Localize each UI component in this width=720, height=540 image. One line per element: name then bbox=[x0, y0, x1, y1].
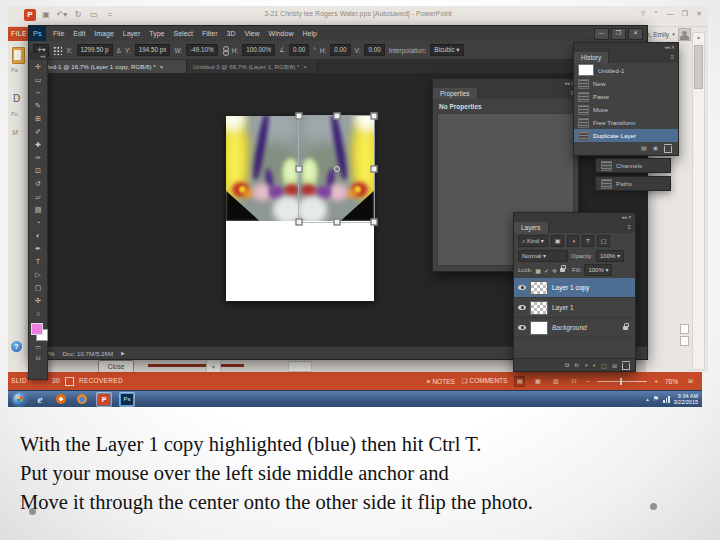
quick-mask-icon[interactable]: ▭ bbox=[29, 342, 47, 353]
internet-explorer-icon[interactable]: e bbox=[33, 393, 47, 406]
collapse-icon[interactable]: ◂◂ bbox=[664, 44, 669, 50]
powerpoint-scrollbar[interactable]: ▲ bbox=[692, 32, 705, 370]
paste-icon[interactable] bbox=[12, 47, 25, 64]
move-tool-icon[interactable]: ✛ bbox=[29, 60, 47, 73]
menu-edit[interactable]: Edit bbox=[73, 30, 85, 37]
zoom-slider-thumb[interactable] bbox=[620, 378, 622, 385]
slide-sorter-icon[interactable]: ▦ bbox=[532, 376, 543, 387]
clone-stamp-tool-icon[interactable]: ⊡ bbox=[29, 164, 47, 177]
eyedropper-tool-icon[interactable]: ✐ bbox=[29, 125, 47, 138]
powerpoint-taskbar-icon[interactable]: P bbox=[96, 392, 112, 407]
opacity-input[interactable]: 100% ▾ bbox=[596, 250, 624, 262]
filter-type-icon[interactable]: T bbox=[582, 235, 594, 247]
lasso-tool-icon[interactable]: ∽ bbox=[29, 86, 47, 99]
menu-file[interactable]: File bbox=[53, 30, 64, 37]
collapse-icon[interactable]: ◂◂ bbox=[621, 214, 626, 220]
lock-all-icon[interactable] bbox=[560, 268, 565, 272]
comments-button[interactable]: ❑ COMMENTS bbox=[462, 377, 508, 385]
network-icon[interactable] bbox=[663, 396, 670, 403]
tab-properties[interactable]: Properties bbox=[433, 88, 478, 99]
menu-3d[interactable]: 3D bbox=[227, 30, 236, 37]
layer-thumbnail[interactable] bbox=[530, 321, 548, 335]
slideshow-view-icon[interactable]: ⊡ bbox=[568, 376, 579, 387]
visibility-eye-icon[interactable] bbox=[518, 305, 526, 310]
transform-handle[interactable] bbox=[333, 113, 340, 120]
history-item[interactable]: Move bbox=[574, 103, 678, 116]
eraser-tool-icon[interactable]: ▱ bbox=[29, 190, 47, 203]
layer-thumbnail[interactable] bbox=[530, 301, 548, 315]
menu-help[interactable]: Help bbox=[302, 30, 316, 37]
visibility-eye-icon[interactable] bbox=[518, 285, 526, 290]
shape-tool-icon[interactable]: ▢ bbox=[29, 281, 47, 294]
path-select-tool-icon[interactable]: ▷ bbox=[29, 268, 47, 281]
flag-icon[interactable]: ⚑ bbox=[653, 395, 659, 403]
foreground-color-swatch[interactable] bbox=[31, 323, 43, 335]
help-icon[interactable]: ? bbox=[641, 10, 645, 18]
notes-button[interactable]: ≡ NOTES bbox=[427, 378, 455, 385]
photoshop-taskbar-icon[interactable]: Ps bbox=[119, 392, 135, 407]
scrollbar-thumb[interactable] bbox=[694, 45, 703, 89]
history-brush-tool-icon[interactable]: ↺ bbox=[29, 177, 47, 190]
restore-icon[interactable]: ❐ bbox=[611, 28, 626, 40]
close-tab-icon[interactable]: × bbox=[160, 63, 164, 70]
layer-row-layer1[interactable]: Layer 1 bbox=[514, 298, 635, 318]
history-snapshot[interactable]: Untitled-1 bbox=[574, 63, 678, 77]
transform-center-point[interactable] bbox=[334, 166, 340, 172]
fill-input[interactable]: 100% ▾ bbox=[584, 264, 612, 276]
delete-state-icon[interactable] bbox=[664, 146, 672, 153]
dodge-tool-icon[interactable]: ◐ bbox=[29, 229, 47, 242]
clock[interactable]: 9:34 AM 3/22/2015 bbox=[674, 393, 698, 405]
visibility-eye-icon[interactable] bbox=[518, 325, 526, 330]
panel-menu-icon[interactable]: ≡ bbox=[670, 52, 678, 63]
pen-tool-icon[interactable]: ✒ bbox=[29, 242, 47, 255]
brush-tool-icon[interactable]: ✑ bbox=[29, 151, 47, 164]
new-snapshot-icon[interactable]: ◉ bbox=[653, 144, 658, 153]
transform-handle[interactable] bbox=[296, 219, 303, 226]
history-item[interactable]: Free Transform bbox=[574, 116, 678, 129]
tab-layers[interactable]: Layers bbox=[514, 222, 549, 233]
angle-input[interactable]: 0.00 bbox=[289, 44, 309, 56]
width-input[interactable]: -49.10% bbox=[186, 44, 217, 56]
healing-brush-tool-icon[interactable]: ✚ bbox=[29, 138, 47, 151]
free-transform-box[interactable] bbox=[298, 115, 375, 223]
filter-pixel-icon[interactable]: ▣ bbox=[551, 235, 565, 247]
close-tab-icon[interactable]: × bbox=[303, 63, 307, 70]
filter-shape-icon[interactable]: ▢ bbox=[597, 235, 611, 247]
link-layers-icon[interactable]: ⧉ bbox=[565, 362, 569, 369]
fit-slide-icon[interactable]: ⊞ bbox=[685, 376, 696, 387]
transform-handle[interactable] bbox=[371, 113, 378, 120]
gradient-tool-icon[interactable]: ▨ bbox=[29, 203, 47, 216]
transform-handle[interactable] bbox=[371, 219, 378, 226]
normal-view-icon[interactable]: ▤ bbox=[514, 376, 525, 387]
ribbon-options-icon[interactable]: ⌃ bbox=[653, 10, 659, 18]
v-skew-input[interactable]: 0.00 bbox=[364, 44, 384, 56]
transform-handle[interactable] bbox=[296, 113, 303, 120]
type-tool-icon[interactable]: T bbox=[29, 255, 47, 268]
delete-layer-icon[interactable] bbox=[622, 363, 630, 370]
document-tab-2[interactable]: Untitled-3 @ 66.7% (Layer 1, RGB/8) * × bbox=[187, 60, 318, 73]
previous-slide-button[interactable] bbox=[680, 324, 689, 334]
panel-menu-icon[interactable]: ≡ bbox=[627, 222, 635, 233]
layer-row-background[interactable]: Background bbox=[514, 318, 635, 338]
crop-tool-icon[interactable]: ⊞ bbox=[29, 112, 47, 125]
lock-transparent-icon[interactable]: ▦ bbox=[535, 267, 541, 274]
reading-view-icon[interactable]: ▥ bbox=[550, 376, 561, 387]
history-item[interactable]: New bbox=[574, 77, 678, 90]
x-input[interactable]: 1299.50 p bbox=[77, 44, 113, 56]
new-layer-icon[interactable]: ⊞ bbox=[612, 362, 617, 369]
zoom-out-icon[interactable]: − bbox=[586, 378, 590, 385]
hand-tool-icon[interactable]: ✣ bbox=[29, 294, 47, 307]
menu-view[interactable]: View bbox=[245, 30, 260, 37]
menu-window[interactable]: Window bbox=[269, 30, 294, 37]
h-skew-input[interactable]: 0.00 bbox=[330, 44, 350, 56]
restore-icon[interactable]: ❐ bbox=[682, 10, 688, 18]
start-button[interactable] bbox=[13, 393, 26, 406]
zoom-slider[interactable] bbox=[597, 381, 647, 382]
lock-pixels-icon[interactable]: ✓ bbox=[544, 267, 549, 274]
menu-layer[interactable]: Layer bbox=[123, 30, 141, 37]
delta-toggle[interactable]: Δ bbox=[117, 47, 121, 54]
transform-handle[interactable] bbox=[296, 166, 303, 173]
collapse-icon[interactable]: ◂◂ bbox=[564, 80, 569, 86]
marquee-tool-icon[interactable]: ▭ bbox=[29, 73, 47, 86]
zoom-tool-icon[interactable]: ○ bbox=[29, 307, 47, 320]
